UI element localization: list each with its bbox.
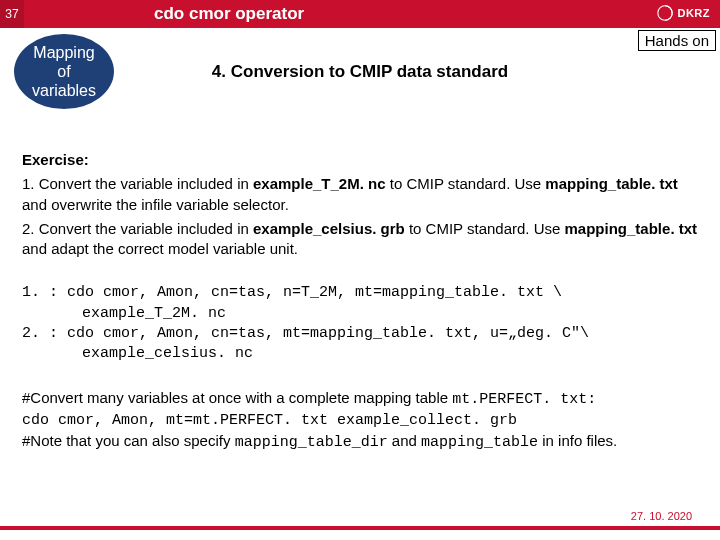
note-line-3: #Note that you can also specify mapping_… xyxy=(22,431,698,453)
ex2-postc: and adapt the correct model variable uni… xyxy=(22,240,298,257)
ex2-pre: 2. Convert the variable included in xyxy=(22,220,253,237)
ex2-file: example_celsius. grb xyxy=(253,220,405,237)
note-line-1: #Convert many variables at once with a c… xyxy=(22,388,698,410)
logo-text: DKRZ xyxy=(677,7,710,19)
cmd-line-1b: example_T_2M. nc xyxy=(22,304,698,324)
note-l3b: mapping_table_dir xyxy=(235,434,388,451)
ex1-postb: mapping_table. txt xyxy=(545,175,678,192)
note-block: #Convert many variables at once with a c… xyxy=(22,388,698,453)
note-l3a: #Note that you can also specify xyxy=(22,432,235,449)
ex1-postc: and overwrite the infile variable select… xyxy=(22,196,289,213)
header-bar: 37 cdo cmor operator DKRZ xyxy=(0,0,720,28)
logo: DKRZ xyxy=(656,4,710,22)
content: Exercise: 1. Convert the variable includ… xyxy=(22,150,698,453)
exercise-heading: Exercise: xyxy=(22,151,89,168)
badge-line1: Mapping xyxy=(33,44,94,61)
note-line-2: cdo cmor, Amon, mt=mt.PERFECT. txt examp… xyxy=(22,411,698,431)
note-l1a: #Convert many variables at once with a c… xyxy=(22,389,452,406)
slide-number: 37 xyxy=(0,0,24,28)
badge-line3: variables xyxy=(32,82,96,99)
commands-block: 1. : cdo cmor, Amon, cn=tas, n=T_2M, mt=… xyxy=(22,283,698,364)
exercise-item-2: 2. Convert the variable included in exam… xyxy=(22,219,698,260)
note-l1b: mt.PERFECT. txt: xyxy=(452,391,596,408)
ex1-pre: 1. Convert the variable included in xyxy=(22,175,253,192)
exercise-item-1: 1. Convert the variable included in exam… xyxy=(22,174,698,215)
logo-swirl-icon xyxy=(656,4,674,22)
note-l3e: in info files. xyxy=(538,432,617,449)
header-title: cdo cmor operator xyxy=(154,4,304,24)
footer-date: 27. 10. 2020 xyxy=(631,510,692,522)
ex2-posta: to CMIP standard. Use xyxy=(405,220,565,237)
hands-on-label: Hands on xyxy=(638,30,716,51)
subtitle: 4. Conversion to CMIP data standard xyxy=(0,62,720,82)
footer-bar xyxy=(0,526,720,530)
ex2-postb: mapping_table. txt xyxy=(565,220,698,237)
cmd-line-1: 1. : cdo cmor, Amon, cn=tas, n=T_2M, mt=… xyxy=(22,283,698,303)
cmd-line-2b: example_celsius. nc xyxy=(22,344,698,364)
note-l3d: mapping_table xyxy=(421,434,538,451)
note-l3c: and xyxy=(388,432,421,449)
cmd-line-2: 2. : cdo cmor, Amon, cn=tas, mt=mapping_… xyxy=(22,324,698,344)
ex1-file: example_T_2M. nc xyxy=(253,175,386,192)
ex1-posta: to CMIP standard. Use xyxy=(386,175,546,192)
